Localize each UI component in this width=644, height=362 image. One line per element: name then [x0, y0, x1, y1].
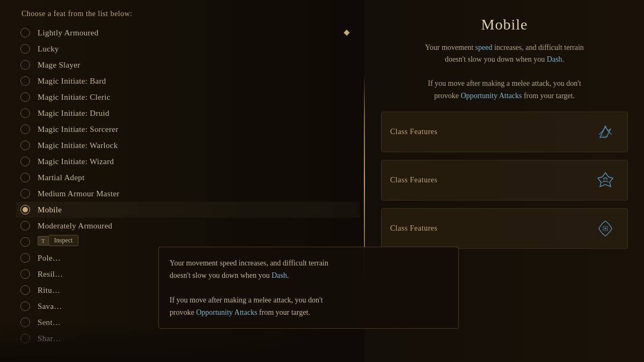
radio-button[interactable] — [20, 108, 30, 118]
feat-name: Magic Initiate: Cleric — [38, 93, 111, 102]
dash-highlight: Dash — [547, 55, 562, 63]
radio-button[interactable] — [20, 237, 30, 247]
class-feature-icon-1 — [592, 119, 619, 145]
inspect-key: T — [38, 236, 49, 246]
radio-button[interactable] — [20, 253, 30, 263]
tooltip-popup: Your movement speed increases, and diffi… — [158, 247, 459, 329]
list-item[interactable]: Magic Initiate: Wizard — [16, 153, 360, 169]
list-item[interactable]: Magic Initiate: Cleric — [16, 89, 360, 105]
class-feature-icon-2 — [592, 167, 619, 194]
feat-name: Lightly Armoured — [38, 28, 99, 38]
radio-button[interactable] — [20, 76, 30, 86]
radio-button[interactable] — [20, 157, 30, 166]
radio-button[interactable] — [20, 28, 30, 38]
list-item[interactable]: Magic Initiate: Sorcerer — [16, 121, 360, 137]
radio-button[interactable] — [20, 301, 30, 311]
list-item[interactable]: Lightly Armoured — [16, 25, 360, 41]
class-feature-icon-3 — [592, 215, 619, 242]
feat-name: Medium Armour Master — [38, 189, 120, 198]
class-features-section: Class Features Class Features — [381, 112, 628, 249]
radio-button[interactable] — [20, 221, 30, 231]
opportunity-highlight: Opportunity Attacks — [460, 92, 522, 100]
inspect-tooltip: T Inspect — [38, 235, 78, 246]
list-item[interactable]: Shar… — [16, 330, 360, 346]
speed-highlight: speed — [475, 43, 493, 51]
feat-name: Magic Initiate: Druid — [38, 109, 109, 118]
feat-name: Magic Initiate: Wizard — [38, 157, 114, 166]
feat-name: Sava… — [38, 302, 62, 311]
list-item-mobile[interactable]: Mobile — [16, 202, 360, 218]
class-feature-label-1: Class Features — [390, 128, 583, 136]
feat-name: Pole… — [38, 254, 61, 263]
radio-button-checked[interactable] — [20, 205, 30, 215]
radio-button[interactable] — [20, 92, 30, 102]
tooltip-dash-highlight: Dash — [272, 271, 287, 279]
svg-point-0 — [604, 125, 606, 128]
feat-name: Mage Slayer — [38, 61, 80, 70]
feat-name: Martial Adept — [38, 173, 85, 182]
class-feature-card-3[interactable]: Class Features — [381, 208, 628, 249]
radio-button[interactable] — [20, 124, 30, 134]
class-feature-label-2: Class Features — [390, 176, 583, 184]
feat-name: Moderately Armoured — [38, 221, 112, 231]
list-item[interactable]: Magic Initiate: Druid — [16, 105, 360, 121]
list-item[interactable]: Magic Initiate: Warlock — [16, 137, 360, 153]
radio-button[interactable] — [20, 60, 30, 70]
list-item[interactable]: Moderately Armoured — [16, 218, 360, 234]
feat-name: Mobile — [38, 205, 62, 215]
list-item[interactable]: Medium Armour Master — [16, 186, 360, 202]
list-item[interactable]: Martial Adept — [16, 169, 360, 186]
radio-button[interactable] — [20, 334, 30, 343]
feat-name: Resil… — [38, 270, 63, 279]
feat-title: Mobile — [381, 16, 628, 33]
tooltip-opportunity-highlight: Opportunity Attacks — [196, 308, 257, 316]
radio-button[interactable] — [20, 317, 30, 327]
radio-button[interactable] — [20, 269, 30, 279]
feat-name: Sent… — [38, 318, 61, 327]
list-item[interactable]: Magic Initiate: Bard — [16, 73, 360, 89]
feat-name: Magic Initiate: Warlock — [38, 141, 118, 150]
class-feature-card-2[interactable]: Class Features — [381, 160, 628, 201]
panel-header: Choose a feat from the list below: — [11, 5, 365, 25]
feat-name: Shar… — [38, 334, 61, 343]
feat-name: Magic Initiate: Bard — [38, 77, 106, 86]
radio-button[interactable] — [20, 285, 30, 295]
radio-button[interactable] — [20, 173, 30, 182]
class-feature-label-3: Class Features — [390, 224, 583, 233]
feat-name: Ritu… — [38, 286, 60, 295]
radio-button[interactable] — [20, 141, 30, 150]
inspect-button[interactable]: Inspect — [49, 235, 79, 246]
radio-button[interactable] — [20, 189, 30, 198]
radio-button[interactable] — [20, 44, 30, 54]
list-item[interactable]: Mage Slayer — [16, 57, 360, 73]
feat-name: Magic Initiate: Sorcerer — [38, 125, 118, 134]
diamond-icon — [343, 29, 349, 35]
feat-name: Lucky — [38, 45, 59, 54]
list-item[interactable]: Lucky — [16, 41, 360, 57]
class-feature-card-1[interactable]: Class Features — [381, 112, 628, 152]
tooltip-text: Your movement speed increases, and diffi… — [170, 257, 448, 319]
feat-description: Your movement speed increases, and diffi… — [381, 42, 628, 102]
